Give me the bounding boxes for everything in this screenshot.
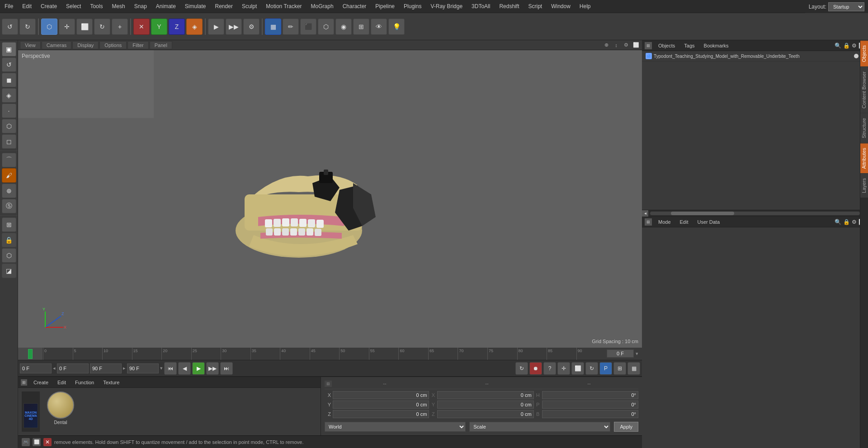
lock-btn[interactable]: 🔒 bbox=[2, 233, 16, 247]
scale-tool-btn[interactable]: ⬜ bbox=[76, 19, 93, 35]
menu-sculpt[interactable]: Sculpt bbox=[237, 1, 261, 11]
extra-btn[interactable]: ◪ bbox=[2, 264, 16, 278]
obj-settings-icon[interactable]: ⚙ bbox=[852, 42, 857, 49]
move-tool-btn[interactable]: ✛ bbox=[59, 19, 75, 35]
move3d-btn[interactable]: ✛ bbox=[557, 362, 570, 375]
select-tool-btn[interactable]: ⬡ bbox=[41, 19, 57, 35]
autokey-btn[interactable]: ▦ bbox=[627, 362, 640, 375]
loop-btn[interactable]: ↻ bbox=[515, 362, 528, 375]
menu-animate[interactable]: Animate bbox=[151, 1, 180, 11]
record2-btn[interactable]: P bbox=[599, 362, 612, 375]
next-frame-btn[interactable]: ▶▶ bbox=[206, 362, 219, 375]
mat-texture[interactable]: Texture bbox=[100, 379, 122, 386]
coord-z-pos[interactable] bbox=[333, 410, 429, 418]
coord-x-size[interactable] bbox=[437, 391, 533, 399]
coord-y-size[interactable] bbox=[437, 401, 533, 409]
menu-motion-tracker[interactable]: Motion Tracker bbox=[261, 1, 306, 11]
viewport[interactable]: Perspective bbox=[18, 50, 642, 348]
tab-options[interactable]: Options bbox=[99, 41, 127, 49]
keyframe-btn[interactable]: ⊞ bbox=[613, 362, 626, 375]
help-btn[interactable]: ? bbox=[543, 362, 556, 375]
mode-rotate-btn[interactable]: ↺ bbox=[2, 57, 16, 72]
front-view-btn[interactable]: ▦ bbox=[265, 19, 281, 35]
status-close-btn[interactable]: ✕ bbox=[43, 438, 52, 446]
mat-function[interactable]: Function bbox=[72, 379, 97, 386]
vtab-attributes[interactable]: Attributes bbox=[860, 143, 868, 173]
attr-menu-userdata[interactable]: User Data bbox=[695, 218, 723, 226]
attr-settings-icon[interactable]: ⚙ bbox=[852, 219, 857, 225]
render-active-btn[interactable]: ▶▶ bbox=[226, 19, 242, 35]
menu-tools[interactable]: Tools bbox=[85, 1, 107, 11]
tab-view[interactable]: View bbox=[20, 41, 41, 49]
attr-menu-mode[interactable]: Mode bbox=[656, 218, 674, 226]
coord-world-dropdown[interactable]: World bbox=[325, 422, 466, 432]
coord-h-rot[interactable] bbox=[542, 391, 638, 399]
coord-x-pos[interactable] bbox=[333, 391, 429, 399]
material-menu-icon[interactable]: ⊞ bbox=[21, 379, 27, 386]
frame-end-input2[interactable] bbox=[127, 363, 159, 373]
menu-script[interactable]: Script bbox=[524, 1, 547, 11]
draw-mode-btn[interactable]: ✏ bbox=[283, 19, 299, 35]
mode-object-btn[interactable]: ▣ bbox=[2, 42, 16, 57]
object-tree-item[interactable]: Typodont_Teaching_Studying_Model_with_Re… bbox=[642, 51, 868, 61]
coord-scale-dropdown[interactable]: Scale bbox=[469, 422, 610, 432]
mode-edge-btn[interactable]: ◈ bbox=[2, 88, 16, 103]
render-settings-btn[interactable]: ⚙ bbox=[243, 19, 259, 35]
transform-tool-btn[interactable]: + bbox=[112, 19, 128, 35]
menu-help[interactable]: Help bbox=[575, 1, 595, 11]
vtab-layers[interactable]: Layers bbox=[860, 173, 868, 198]
material-swatch-dental[interactable] bbox=[47, 391, 74, 419]
vtab-content-browser[interactable]: Content Browser bbox=[860, 66, 868, 113]
mat-create[interactable]: Create bbox=[31, 379, 51, 386]
tab-cameras[interactable]: Cameras bbox=[42, 41, 72, 49]
light-btn[interactable]: 💡 bbox=[388, 19, 405, 35]
frame-start-input[interactable] bbox=[20, 363, 52, 373]
render-region-btn[interactable]: ▶ bbox=[208, 19, 224, 35]
material-btn[interactable]: ◉ bbox=[335, 19, 352, 35]
scroll-left-arrow[interactable]: ◂ bbox=[642, 210, 648, 217]
menu-create[interactable]: Create bbox=[36, 1, 61, 11]
snap-tool-btn[interactable]: ⊕ bbox=[2, 184, 16, 198]
tab-display[interactable]: Display bbox=[72, 41, 99, 49]
tab-panel[interactable]: Panel bbox=[150, 41, 172, 49]
attr-search-icon[interactable]: 🔍 bbox=[835, 219, 841, 225]
menu-window[interactable]: Window bbox=[547, 1, 575, 11]
play-btn[interactable]: ▶ bbox=[192, 362, 205, 375]
snap-btn[interactable]: ⬡ bbox=[318, 19, 334, 35]
vtab-structure[interactable]: Structure bbox=[860, 113, 868, 143]
grid-tool-btn[interactable]: ⊞ bbox=[2, 217, 16, 232]
rotate-tool-btn[interactable]: ↻ bbox=[94, 19, 110, 35]
obj-lock-icon[interactable]: 🔒 bbox=[843, 42, 850, 49]
vtab-objects[interactable]: Objects bbox=[860, 40, 868, 66]
lock-z-btn[interactable]: Z bbox=[169, 19, 185, 35]
menu-mesh[interactable]: Mesh bbox=[107, 1, 129, 11]
spline-tool-btn[interactable]: ⌒ bbox=[2, 153, 16, 167]
material-swatch-wrap[interactable]: Dental bbox=[47, 391, 74, 425]
mode-polygon-btn[interactable]: ◼ bbox=[2, 73, 16, 87]
grid-btn[interactable]: ⊞ bbox=[353, 19, 369, 35]
lock-x-btn[interactable]: ✕ bbox=[133, 19, 150, 35]
perspective-view-btn[interactable]: ⬛ bbox=[300, 19, 316, 35]
undo-btn[interactable]: ↺ bbox=[2, 19, 18, 35]
scroll-track[interactable] bbox=[650, 212, 860, 215]
coord-y-pos[interactable] bbox=[333, 401, 429, 409]
menu-snap[interactable]: Snap bbox=[130, 1, 151, 11]
object-axis-btn[interactable]: ◈ bbox=[186, 19, 203, 35]
select3d-btn[interactable]: ⬜ bbox=[571, 362, 584, 375]
menu-file[interactable]: File bbox=[0, 1, 18, 11]
obj-menu-tags[interactable]: Tags bbox=[681, 42, 697, 49]
mode-point-btn[interactable]: · bbox=[2, 104, 16, 118]
visibility-dot-1[interactable] bbox=[854, 54, 859, 58]
vp-icon-crosshair[interactable]: ⊕ bbox=[602, 41, 610, 49]
go-start-btn[interactable]: ⏮ bbox=[164, 362, 177, 375]
menu-render[interactable]: Render bbox=[211, 1, 237, 11]
coord-z-size[interactable] bbox=[437, 410, 533, 418]
obj-search-icon[interactable]: 🔍 bbox=[835, 42, 841, 49]
menu-redshift[interactable]: Redshift bbox=[495, 1, 524, 11]
frame-current-input[interactable] bbox=[57, 363, 89, 373]
camera-btn[interactable]: 👁 bbox=[371, 19, 387, 35]
coord-b-rot[interactable] bbox=[542, 410, 638, 418]
mode-uv-btn[interactable]: ⬡ bbox=[2, 119, 16, 133]
redo-btn[interactable]: ↻ bbox=[19, 19, 36, 35]
menu-3dtoall[interactable]: 3DToAll bbox=[467, 1, 495, 11]
